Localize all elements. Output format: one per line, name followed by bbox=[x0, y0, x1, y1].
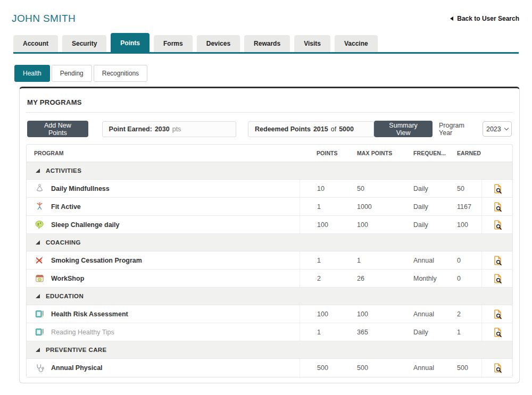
group-label: EDUCATION bbox=[46, 293, 84, 299]
tab-points[interactable]: Points bbox=[111, 33, 149, 52]
max-points-cell: 500 bbox=[340, 359, 396, 377]
header-points: POINTS bbox=[300, 145, 340, 162]
view-details-button[interactable] bbox=[492, 201, 503, 213]
group-label: PREVENTIVE CARE bbox=[46, 347, 107, 353]
frequency-cell: Annual bbox=[396, 359, 441, 377]
group-header-education[interactable]: EDUCATION bbox=[27, 288, 512, 305]
earned-cell: 50 bbox=[441, 180, 481, 197]
group-header-coaching[interactable]: COACHING bbox=[27, 234, 512, 251]
earned-cell: 0 bbox=[441, 251, 481, 269]
frequency-cell: Daily bbox=[396, 216, 441, 233]
program-cell: Fit Active bbox=[27, 201, 300, 212]
my-programs-panel: MY PROGRAMS Add New Points Point Earned:… bbox=[19, 87, 520, 383]
redeemed-total: 5000 bbox=[339, 125, 354, 133]
program-year-label: Program Year bbox=[439, 122, 478, 137]
header-actions bbox=[481, 145, 512, 162]
header-earned: EARNED bbox=[441, 145, 481, 162]
table-header-row: PROGRAM POINTS MAX POINTS FREQUEN... EAR… bbox=[27, 145, 512, 162]
summary-view-button[interactable]: Summary View bbox=[374, 121, 433, 137]
program-cell: Daily Mindfullness bbox=[27, 183, 300, 194]
book-pencil-icon bbox=[34, 309, 45, 320]
header-max-points: MAX POINTS bbox=[340, 145, 396, 162]
points-earned-box: Point Earned: 2030 pts bbox=[102, 121, 236, 137]
redeemed-of: of bbox=[331, 125, 336, 133]
view-details-button[interactable] bbox=[492, 255, 503, 266]
points-cell: 1 bbox=[300, 323, 340, 341]
no-smoking-icon bbox=[34, 255, 45, 266]
group-header-preventive-care[interactable]: PREVENTIVE CARE bbox=[27, 341, 512, 359]
tab-forms[interactable]: Forms bbox=[154, 35, 193, 52]
points-cell: 100 bbox=[300, 216, 340, 233]
tab-security[interactable]: Security bbox=[62, 35, 106, 52]
table-row-daily-mindfullness: Daily Mindfullness1050Daily50 bbox=[27, 180, 512, 198]
max-points-cell: 365 bbox=[340, 323, 396, 341]
action-cell bbox=[481, 359, 512, 377]
back-to-user-search-link[interactable]: Back to User Search bbox=[450, 15, 519, 22]
add-new-points-button[interactable]: Add New Points bbox=[27, 121, 88, 137]
program-name: WorkShop bbox=[51, 275, 84, 282]
frequency-cell: Daily bbox=[396, 180, 441, 197]
subtab-recognitions[interactable]: Recognitions bbox=[94, 65, 147, 82]
view-details-button[interactable] bbox=[492, 308, 503, 320]
earned-cell: 1167 bbox=[441, 198, 481, 215]
table-row-health-risk-assessment: Health Risk Assessment100100Annual2 bbox=[27, 305, 512, 323]
tab-account[interactable]: Account bbox=[13, 35, 58, 52]
tab-rewards[interactable]: Rewards bbox=[244, 35, 290, 52]
program-cell: Annual Physical bbox=[27, 363, 300, 373]
view-details-button[interactable] bbox=[492, 219, 503, 231]
table-row-annual-physical: Annual Physical500500Annual500 bbox=[27, 359, 512, 377]
action-cell bbox=[481, 323, 512, 341]
group-label: ACTIVITIES bbox=[46, 167, 81, 174]
collapse-triangle-icon bbox=[36, 348, 40, 352]
max-points-cell: 1000 bbox=[340, 198, 396, 215]
program-name: Reading Healthy Tips bbox=[51, 329, 114, 336]
group-label: COACHING bbox=[46, 239, 81, 246]
tab-devices[interactable]: Devices bbox=[197, 35, 240, 52]
tab-vaccine[interactable]: Vaccine bbox=[335, 35, 378, 52]
redeemed-value: 2015 bbox=[313, 125, 328, 133]
view-details-button[interactable] bbox=[492, 326, 503, 338]
view-details-button[interactable] bbox=[492, 183, 503, 195]
program-name: Fit Active bbox=[51, 203, 81, 211]
max-points-cell: 50 bbox=[340, 180, 396, 197]
stethoscope-icon bbox=[34, 363, 45, 373]
book-pencil-icon bbox=[34, 327, 45, 338]
subtab-pending[interactable]: Pending bbox=[52, 65, 92, 82]
frequency-cell: Monthly bbox=[396, 270, 441, 287]
action-cell bbox=[481, 270, 512, 287]
earned-cell: 500 bbox=[441, 359, 481, 377]
meditation-icon bbox=[34, 183, 45, 194]
action-cell bbox=[481, 305, 512, 323]
program-cell: Smoking Cessation Program bbox=[27, 255, 300, 266]
fitness-icon bbox=[34, 201, 45, 212]
back-arrow-icon bbox=[450, 16, 453, 21]
points-cell: 100 bbox=[300, 305, 340, 323]
page-title: JOHN SMITH bbox=[12, 13, 76, 24]
header-program: PROGRAM bbox=[27, 150, 300, 156]
view-details-button[interactable] bbox=[492, 362, 503, 374]
subtab-health[interactable]: Health bbox=[14, 65, 50, 82]
max-points-cell: 100 bbox=[340, 216, 396, 233]
action-cell bbox=[481, 251, 512, 269]
program-year-select[interactable]: 2023 bbox=[483, 121, 512, 137]
program-cell: zzSleep Challenge daily bbox=[27, 220, 300, 230]
main-tabs: AccountSecurityPointsFormsDevicesRewards… bbox=[13, 33, 519, 52]
collapse-triangle-icon bbox=[36, 294, 40, 298]
earned-cell: 1 bbox=[441, 323, 481, 341]
view-details-button[interactable] bbox=[492, 273, 503, 284]
points-cell: 1 bbox=[300, 198, 340, 215]
table-row-fit-active: Fit Active11000Daily1167 bbox=[27, 198, 512, 216]
group-header-activities[interactable]: ACTIVITIES bbox=[27, 162, 512, 180]
tab-visits[interactable]: Visits bbox=[294, 35, 330, 52]
redeemed-points-box: Redeemed Points 2015 of 5000 bbox=[248, 121, 374, 137]
calendar-icon bbox=[34, 273, 45, 284]
frequency-cell: Daily bbox=[396, 323, 441, 341]
program-name: Sleep Challenge daily bbox=[51, 221, 120, 229]
programs-table: PROGRAM POINTS MAX POINTS FREQUEN... EAR… bbox=[26, 144, 513, 377]
svg-text:z: z bbox=[37, 222, 39, 226]
table-row-reading-healthy-tips: Reading Healthy Tips1365Daily1 bbox=[27, 323, 512, 341]
frequency-cell: Annual bbox=[396, 251, 441, 269]
program-cell: Health Risk Assessment bbox=[27, 309, 300, 320]
points-earned-unit: pts bbox=[172, 125, 181, 133]
earned-cell: 100 bbox=[441, 216, 481, 233]
